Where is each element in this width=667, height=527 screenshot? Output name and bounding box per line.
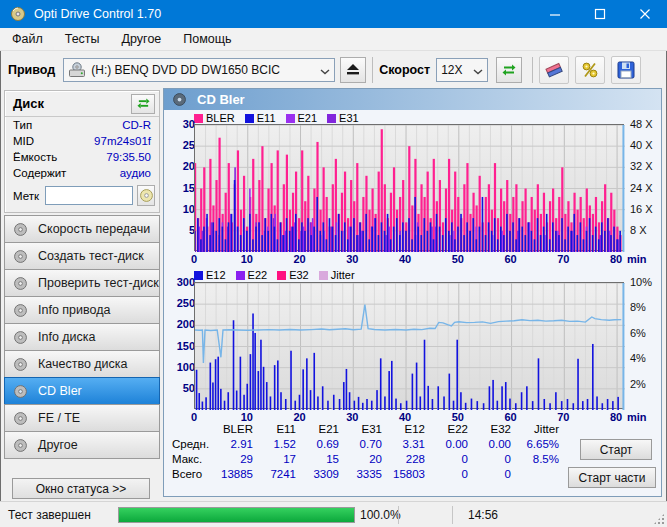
chart1-legend: BLERE11E21E31 bbox=[194, 112, 359, 124]
sidebar-item-transfer-speed[interactable]: Скорость передачи bbox=[4, 215, 160, 243]
disc-mid-value: 97m24s01f bbox=[94, 135, 151, 147]
chart1-right-axis: 48 X40 X32 X24 X16 X8 X bbox=[626, 124, 660, 264]
legend-label: BLER bbox=[206, 112, 235, 124]
start-part-button[interactable]: Старт части bbox=[568, 467, 656, 488]
sidebar-item-drive-info[interactable]: Info привода bbox=[4, 296, 160, 324]
refresh-arrows-icon bbox=[501, 63, 517, 77]
save-button[interactable] bbox=[611, 56, 641, 84]
results-total-row: Всего 13885 7241 3309 3335 15803 0 0 bbox=[166, 466, 586, 481]
floppy-save-icon bbox=[616, 60, 636, 80]
right-tick-label: 32 X bbox=[630, 160, 653, 172]
resize-grip[interactable] bbox=[653, 513, 665, 525]
cd-icon bbox=[172, 92, 187, 107]
refresh-speed-button[interactable] bbox=[496, 57, 522, 83]
chart1-plot bbox=[194, 124, 624, 251]
counter-button[interactable] bbox=[575, 56, 605, 84]
right-tick-label: 16 X bbox=[630, 203, 653, 215]
x-tick-label: 50 bbox=[447, 253, 469, 265]
close-button[interactable] bbox=[622, 0, 667, 28]
maximize-button[interactable] bbox=[577, 0, 622, 28]
start-button[interactable]: Старт bbox=[580, 439, 652, 460]
sidebar-item-other[interactable]: Другое bbox=[4, 431, 160, 459]
x-tick-label: 20 bbox=[289, 253, 311, 265]
cd-icon bbox=[13, 411, 28, 426]
erase-disc-button[interactable] bbox=[539, 56, 569, 84]
y-tick-label: 200 bbox=[177, 318, 195, 330]
sidebar-item-verify-test-disc[interactable]: Проверить тест-диск bbox=[4, 269, 160, 297]
speed-label: Скорост bbox=[379, 63, 430, 77]
cd-icon bbox=[13, 276, 28, 291]
legend-label: Jitter bbox=[331, 269, 355, 281]
results-max-row: Макс. 29 17 15 20 228 0 0 8.5% bbox=[166, 451, 586, 466]
disc-panel-title: Диск bbox=[13, 96, 44, 111]
chart-canvas bbox=[195, 283, 625, 410]
y-tick-label: 300 bbox=[177, 276, 195, 288]
chart2-right-axis: 10%8%6%4%2% bbox=[626, 282, 660, 422]
drive-value: (H:) BENQ DVD DD DW1650 BCIC bbox=[91, 63, 280, 77]
legend-item: E12 bbox=[194, 269, 226, 281]
progress-percent: 100.0% bbox=[360, 508, 401, 522]
window-title: Opti Drive Control 1.70 bbox=[34, 7, 161, 21]
status-text: Тест завершен bbox=[8, 508, 91, 522]
sidebar-item-cd-bler[interactable]: CD Bler bbox=[4, 377, 160, 405]
panel-title: CD Bler bbox=[197, 92, 245, 107]
status-window-button[interactable]: Окно статуса >> bbox=[12, 478, 150, 499]
results-avg-row: Средн. 2.91 1.52 0.69 0.70 3.31 0.00 0.0… bbox=[166, 436, 586, 451]
x-axis-unit-label: min bbox=[627, 411, 653, 423]
x-tick-label: 10 bbox=[236, 253, 258, 265]
menu-file[interactable]: Файл bbox=[2, 29, 53, 49]
minimize-button[interactable] bbox=[532, 0, 577, 28]
results-header-row: BLER E11 E21 E31 E12 E22 E32 Jitter bbox=[166, 421, 586, 436]
disc-type-value: CD-R bbox=[122, 119, 151, 131]
disc-mid-label: MID bbox=[13, 135, 34, 147]
x-tick-label: 0 bbox=[183, 253, 205, 265]
cd-icon bbox=[13, 222, 28, 237]
sidebar-item-fe-te[interactable]: FE / TE bbox=[4, 404, 160, 432]
sidebar-item-create-test-disc[interactable]: Создать тест-диск bbox=[4, 242, 160, 270]
drive-select[interactable]: (H:) BENQ DVD DD DW1650 BCIC bbox=[63, 58, 335, 82]
legend-swatch bbox=[194, 114, 203, 123]
menu-other[interactable]: Другое bbox=[112, 29, 172, 49]
disc-labelfield-label: Метк bbox=[13, 190, 39, 202]
disc-label-input[interactable] bbox=[45, 186, 133, 205]
chart1-left-axis: 51015202530 bbox=[164, 124, 198, 264]
legend-swatch bbox=[245, 114, 254, 123]
cd-icon bbox=[13, 330, 28, 345]
x-tick-label: 80 bbox=[605, 411, 627, 423]
legend-swatch bbox=[236, 271, 245, 280]
disc-panel: Диск ТипCD-R MID97m24s01f Ёмкость79:35.5… bbox=[4, 90, 160, 213]
x-tick-label: 60 bbox=[500, 253, 522, 265]
disc-label-button[interactable] bbox=[137, 185, 155, 206]
app-window: Opti Drive Control 1.70 Файл Тесты Друго… bbox=[0, 0, 667, 527]
sidebar: Скорость передачи Создать тест-диск Пров… bbox=[4, 216, 160, 459]
right-tick-label: 48 X bbox=[630, 118, 653, 130]
menu-tests[interactable]: Тесты bbox=[55, 29, 110, 49]
chevron-down-icon bbox=[314, 61, 330, 79]
refresh-disc-button[interactable] bbox=[131, 94, 155, 114]
legend-label: E22 bbox=[248, 269, 268, 281]
disc-capacity-value: 79:35.50 bbox=[106, 151, 151, 163]
right-tick-label: 2% bbox=[630, 378, 646, 390]
gold-discs-icon bbox=[580, 60, 600, 80]
progress-bar bbox=[118, 507, 355, 523]
x-tick-label: 30 bbox=[341, 253, 363, 265]
results-table: BLER E11 E21 E31 E12 E22 E32 Jitter Сред… bbox=[166, 421, 586, 481]
speed-select[interactable]: 12X bbox=[436, 58, 488, 82]
chart-canvas bbox=[195, 125, 625, 252]
right-tick-label: 8 X bbox=[630, 224, 647, 236]
eject-button[interactable] bbox=[340, 57, 366, 83]
cd-icon bbox=[13, 384, 28, 399]
chart1-x-axis: 01020304050607080min bbox=[194, 253, 664, 266]
status-bar: Тест завершен 100.0% 14:56 bbox=[0, 501, 667, 527]
legend-swatch bbox=[327, 114, 336, 123]
right-tick-label: 6% bbox=[630, 327, 646, 339]
refresh-arrows-icon bbox=[136, 97, 151, 110]
sidebar-item-disc-info[interactable]: Info диска bbox=[4, 323, 160, 351]
disc-contains-value: аудио bbox=[120, 167, 151, 179]
sidebar-item-disc-quality[interactable]: Качество диска bbox=[4, 350, 160, 378]
legend-swatch bbox=[277, 271, 286, 280]
disc-capacity-label: Ёмкость bbox=[13, 151, 57, 163]
cd-icon bbox=[13, 357, 28, 372]
disc-type-label: Тип bbox=[13, 119, 32, 131]
menu-help[interactable]: Помощь bbox=[173, 29, 241, 49]
